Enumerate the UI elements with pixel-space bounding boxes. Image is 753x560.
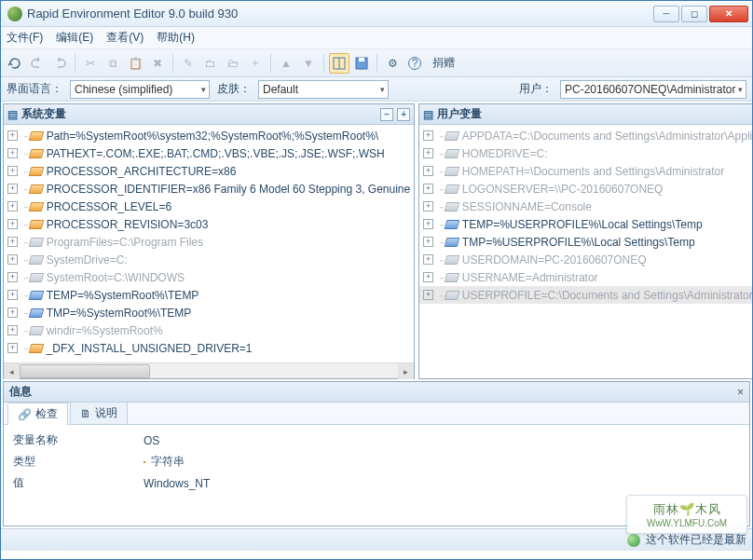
tree-row[interactable]: +··TEMP=%USERPROFILE%\Local Settings\Tem… <box>419 215 753 233</box>
tag-icon <box>28 308 44 318</box>
up-icon[interactable]: ▲ <box>276 53 296 74</box>
expand-toggle-icon[interactable]: + <box>423 184 433 194</box>
close-button[interactable]: ✕ <box>709 6 748 22</box>
tab-desc[interactable]: 🗎说明 <box>70 402 128 424</box>
tab-check[interactable]: 🔗检查 <box>7 403 68 425</box>
user-tree[interactable]: +··APPDATA=C:\Documents and Settings\Adm… <box>419 125 753 378</box>
info-name-key: 变量名称 <box>13 432 144 448</box>
undo-icon[interactable] <box>27 53 48 74</box>
menu-file[interactable]: 文件(F) <box>7 30 43 46</box>
save-icon[interactable] <box>351 53 372 74</box>
menu-edit[interactable]: 编辑(E) <box>56 30 93 46</box>
refresh-icon[interactable] <box>5 53 25 74</box>
folder-icon[interactable]: 🗀 <box>200 53 221 74</box>
var-text: HOMEPATH=\Documents and Settings\Adminis… <box>462 165 724 178</box>
expand-toggle-icon[interactable]: + <box>7 343 18 353</box>
var-text: HOMEDRIVE=C: <box>462 147 548 160</box>
tree-row[interactable]: +··TMP=%SystemRoot%\TEMP <box>4 304 414 321</box>
maximize-button[interactable]: ◻ <box>681 6 707 22</box>
expand-toggle-icon[interactable]: + <box>423 130 433 141</box>
title-bar: Rapid Environment Editor 9.0 build 930 ─… <box>1 1 752 27</box>
expand-toggle-icon[interactable]: + <box>423 148 433 158</box>
view-toggle-icon[interactable] <box>329 53 349 74</box>
list-icon: ▤ <box>423 108 433 121</box>
folder-open-icon[interactable]: 🗁 <box>223 53 243 74</box>
var-text: TEMP=%SystemRoot%\TEMP <box>47 289 199 302</box>
tree-row[interactable]: +··ProgramFiles=C:\Program Files <box>4 233 414 251</box>
tree-row[interactable]: +··LOGONSERVER=\\PC-20160607ONEQ <box>419 180 753 198</box>
expand-toggle-icon[interactable]: + <box>423 272 433 282</box>
expand-toggle-icon[interactable]: + <box>7 130 18 141</box>
down-icon[interactable]: ▼ <box>298 53 319 74</box>
expand-toggle-icon[interactable]: + <box>7 237 18 247</box>
system-panel-title: 系统变量 <box>21 106 66 122</box>
svg-rect-3 <box>359 58 364 61</box>
tree-row[interactable]: +··SESSIONNAME=Console <box>419 198 753 215</box>
user-vars-panel: ▤ 用户变量 − + +··APPDATA=C:\Documents and S… <box>418 103 753 379</box>
collapse-icon[interactable]: − <box>380 108 393 121</box>
menu-view[interactable]: 查看(V) <box>106 30 144 46</box>
skin-select[interactable]: Default <box>258 80 389 99</box>
tree-row[interactable]: +··APPDATA=C:\Documents and Settings\Adm… <box>419 127 753 144</box>
expand-toggle-icon[interactable]: + <box>423 254 433 265</box>
tree-row[interactable]: +··Path=%SystemRoot%\system32;%SystemRoo… <box>4 127 414 144</box>
user-select[interactable]: PC-20160607ONEQ\Administrator <box>560 80 746 99</box>
expand-toggle-icon[interactable]: + <box>7 201 18 212</box>
tree-row[interactable]: +··TEMP=%SystemRoot%\TEMP <box>4 286 414 304</box>
tag-icon <box>28 344 44 353</box>
expand-toggle-icon[interactable]: + <box>7 307 18 318</box>
help-icon[interactable]: ? <box>404 53 425 74</box>
tag-icon <box>28 326 44 335</box>
expand-toggle-icon[interactable]: + <box>423 219 433 229</box>
add-var-icon[interactable]: ＋ <box>245 53 266 74</box>
info-close-icon[interactable]: × <box>737 386 744 399</box>
settings-icon[interactable]: ⚙ <box>382 53 403 74</box>
menu-help[interactable]: 帮助(H) <box>157 30 195 46</box>
expand-toggle-icon[interactable]: + <box>7 219 18 229</box>
tree-row[interactable]: +··USERPROFILE=C:\Documents and Settings… <box>419 286 753 304</box>
tree-row[interactable]: +··USERNAME=Administrator <box>419 268 753 286</box>
tree-row[interactable]: +··USERDOMAIN=PC-20160607ONEQ <box>419 251 753 268</box>
expand-toggle-icon[interactable]: + <box>7 148 18 158</box>
expand-icon[interactable]: + <box>397 108 410 121</box>
tree-row[interactable]: +··PROCESSOR_LEVEL=6 <box>4 198 414 215</box>
tree-row[interactable]: +··SystemDrive=C: <box>4 251 414 268</box>
tree-row[interactable]: +··TMP=%USERPROFILE%\Local Settings\Temp <box>419 233 753 251</box>
expand-toggle-icon[interactable]: + <box>7 290 18 300</box>
delete-icon[interactable]: ✖ <box>147 53 168 74</box>
tree-row[interactable]: +··windir=%SystemRoot% <box>4 321 414 339</box>
redo-icon[interactable] <box>49 53 70 74</box>
tree-row[interactable]: +··PROCESSOR_IDENTIFIER=x86 Family 6 Mod… <box>4 180 414 198</box>
expand-toggle-icon[interactable]: + <box>423 237 433 247</box>
expand-toggle-icon[interactable]: + <box>7 166 18 176</box>
donate-label[interactable]: 捐赠 <box>432 55 455 71</box>
tree-row[interactable]: +··PROCESSOR_ARCHITECTURE=x86 <box>4 162 414 180</box>
tree-row[interactable]: +··HOMEPATH=\Documents and Settings\Admi… <box>419 162 753 180</box>
tree-row[interactable]: +··_DFX_INSTALL_UNSIGNED_DRIVER=1 <box>4 339 414 357</box>
tree-row[interactable]: +··SystemRoot=C:\WINDOWS <box>4 268 414 286</box>
minimize-button[interactable]: ─ <box>653 6 679 22</box>
expand-toggle-icon[interactable]: + <box>423 166 433 176</box>
expand-toggle-icon[interactable]: + <box>7 184 18 194</box>
expand-toggle-icon[interactable]: + <box>7 254 18 265</box>
globe-icon <box>627 534 640 547</box>
expand-toggle-icon[interactable]: + <box>7 272 18 282</box>
copy-icon[interactable]: ⧉ <box>103 53 123 74</box>
tree-row[interactable]: +··HOMEDRIVE=C: <box>419 144 753 162</box>
var-text: APPDATA=C:\Documents and Settings\Admini… <box>462 130 753 143</box>
tree-row[interactable]: +··PATHEXT=.COM;.EXE;.BAT;.CMD;.VBS;.VBE… <box>4 144 414 162</box>
cut-icon[interactable]: ✂ <box>80 53 101 74</box>
system-tree[interactable]: +··Path=%SystemRoot%\system32;%SystemRoo… <box>4 125 414 362</box>
lang-select[interactable]: Chinese (simplified) <box>70 80 210 99</box>
list-icon: ▤ <box>7 108 18 121</box>
expand-toggle-icon[interactable]: + <box>7 325 18 335</box>
expand-toggle-icon[interactable]: + <box>423 201 433 212</box>
tree-row[interactable]: +··PROCESSOR_REVISION=3c03 <box>4 215 414 233</box>
paste-icon[interactable]: 📋 <box>125 53 145 74</box>
menu-bar: 文件(F) 编辑(E) 查看(V) 帮助(H) <box>1 27 752 49</box>
expand-toggle-icon[interactable]: + <box>423 290 433 300</box>
tag-icon <box>445 149 460 158</box>
h-scrollbar[interactable]: ◂▸ <box>4 362 414 378</box>
var-text: USERNAME=Administrator <box>462 271 598 284</box>
edit-icon[interactable]: ✎ <box>178 53 199 74</box>
